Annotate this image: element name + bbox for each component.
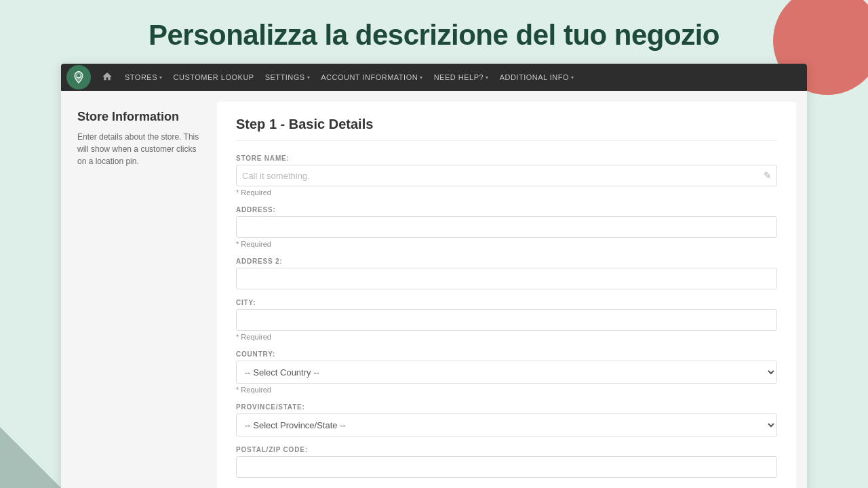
- city-required: * Required: [236, 333, 777, 341]
- navbar-home-button[interactable]: [95, 71, 119, 84]
- account-chevron-icon: ▾: [420, 75, 423, 81]
- store-name-label: STORE NAME:: [236, 155, 777, 162]
- navbar-need-help[interactable]: NEED HELP? ▾: [429, 64, 494, 91]
- content-area: Store Information Enter details about th…: [61, 91, 807, 488]
- navbar-settings[interactable]: SETTINGS ▾: [260, 64, 316, 91]
- page-title-container: Personalizza la descrizione del tuo nego…: [0, 0, 868, 64]
- navbar-logo: [66, 65, 91, 89]
- step-title: Step 1 - Basic Details: [236, 117, 777, 141]
- navbar-additional-info[interactable]: ADDITIONAL INFO ▾: [494, 64, 580, 91]
- svg-point-1: [77, 74, 81, 77]
- page-title: Personalizza la descrizione del tuo nego…: [0, 19, 868, 52]
- store-name-group: STORE NAME: ✎ * Required: [236, 155, 777, 197]
- postal-zip-input[interactable]: [236, 456, 777, 478]
- province-state-group: PROVINCE/STATE: -- Select Province/State…: [236, 403, 777, 436]
- postal-zip-label: POSTAL/ZIP CODE:: [236, 446, 777, 453]
- city-group: CITY: * Required: [236, 299, 777, 341]
- address2-group: ADDRESS 2:: [236, 258, 777, 289]
- additional-chevron-icon: ▾: [571, 75, 574, 81]
- navbar-customer-lookup[interactable]: CUSTOMER LOOKUP: [168, 64, 260, 91]
- province-state-select[interactable]: -- Select Province/State --: [236, 413, 777, 436]
- sidebar-title: Store Information: [77, 110, 201, 124]
- address2-input[interactable]: [236, 268, 777, 289]
- address-input[interactable]: [236, 216, 777, 238]
- sidebar-description: Enter details about the store. This will…: [77, 131, 201, 167]
- navbar: STORES ▾ CUSTOMER LOOKUP SETTINGS ▾ ACCO…: [61, 64, 807, 91]
- country-select[interactable]: -- Select Country --: [236, 361, 777, 384]
- store-name-icon: ✎: [764, 170, 772, 181]
- store-name-wrapper: ✎: [236, 165, 777, 186]
- help-chevron-icon: ▾: [486, 75, 489, 81]
- address2-label: ADDRESS 2:: [236, 258, 777, 265]
- country-required: * Required: [236, 386, 777, 394]
- store-name-input[interactable]: [236, 165, 777, 186]
- store-name-required: * Required: [236, 188, 777, 197]
- address-label: ADDRESS:: [236, 206, 777, 214]
- form-panel: Step 1 - Basic Details STORE NAME: ✎ * R…: [217, 102, 796, 488]
- settings-chevron-icon: ▾: [307, 75, 311, 81]
- sidebar: Store Information Enter details about th…: [61, 91, 217, 488]
- address-group: ADDRESS: * Required: [236, 206, 777, 248]
- navbar-account-information[interactable]: ACCOUNT INFORMATION ▾: [315, 64, 428, 91]
- stores-chevron-icon: ▾: [159, 75, 163, 81]
- city-label: CITY:: [236, 299, 777, 306]
- city-input[interactable]: [236, 309, 777, 331]
- postal-zip-group: POSTAL/ZIP CODE:: [236, 446, 777, 478]
- deco-triangle-bottom-left: [0, 427, 61, 488]
- country-group: COUNTRY: -- Select Country -- * Required: [236, 350, 777, 394]
- province-state-label: PROVINCE/STATE:: [236, 403, 777, 411]
- navbar-stores[interactable]: STORES ▾: [119, 64, 168, 91]
- browser-window: STORES ▾ CUSTOMER LOOKUP SETTINGS ▾ ACCO…: [61, 64, 807, 488]
- country-label: COUNTRY:: [236, 350, 777, 358]
- address-required: * Required: [236, 240, 777, 248]
